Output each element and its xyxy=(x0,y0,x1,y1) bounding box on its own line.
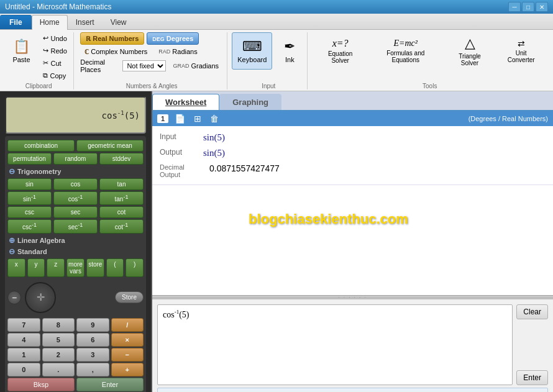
calc-screen: cos-1(5) xyxy=(5,96,146,134)
arccsc-button[interactable]: csc-1 xyxy=(7,219,52,233)
input-label: Input xyxy=(262,81,275,89)
tab-graphing[interactable]: Graphing xyxy=(219,94,281,110)
store-inline-button[interactable]: store xyxy=(86,258,104,277)
maximize-button[interactable]: □ xyxy=(522,2,534,12)
redo-button[interactable]: ↪ Redo xyxy=(39,45,71,57)
arccot-button[interactable]: cot-1 xyxy=(99,219,144,233)
sin-button[interactable]: sin xyxy=(7,178,52,190)
worksheet-tab-num[interactable]: 1 xyxy=(157,114,168,123)
worksheet-grid-icon[interactable]: ⊞ xyxy=(191,113,204,124)
comma-button[interactable]: , xyxy=(76,363,109,376)
open-paren-button[interactable]: ( xyxy=(106,258,124,277)
num-2-button[interactable]: 2 xyxy=(42,348,75,362)
geometric-mean-button[interactable]: geometric mean xyxy=(76,140,144,152)
math-input-field[interactable]: cos-1(5) xyxy=(157,304,513,385)
num-7-button[interactable]: 7 xyxy=(7,318,40,332)
ink-button[interactable]: ✒ Ink xyxy=(274,32,305,70)
calc-enter-button[interactable]: Enter xyxy=(76,378,144,391)
ribbon-group-input: ⌨ Keyboard ✒ Ink Input xyxy=(230,32,308,89)
keyboard-button[interactable]: ⌨ Keyboard xyxy=(232,32,272,70)
real-numbers-label: Real Numbers xyxy=(93,35,139,42)
multiply-button[interactable]: × xyxy=(111,333,144,347)
keyboard-label: Keyboard xyxy=(237,56,267,63)
num-3-button[interactable]: 3 xyxy=(76,348,109,362)
num-8-button[interactable]: 8 xyxy=(42,318,75,332)
cot-button[interactable]: cot xyxy=(99,206,144,218)
close-button[interactable]: ✕ xyxy=(536,2,548,12)
trig-section-header[interactable]: ⊖ Trigonometry xyxy=(7,166,144,177)
copy-button[interactable]: ⧉ Copy xyxy=(39,70,71,81)
csc-button[interactable]: csc xyxy=(7,206,52,218)
arccos-button[interactable]: cos-1 xyxy=(53,191,98,205)
var-y-button[interactable]: y xyxy=(27,258,45,277)
ribbon-group-tools: x=? Equation Solver E=mc² Formulas and E… xyxy=(310,32,549,89)
num-6-button[interactable]: 6 xyxy=(76,333,109,347)
tab-home[interactable]: Home xyxy=(32,15,68,30)
num-4-button[interactable]: 4 xyxy=(7,333,40,347)
radians-icon: RAD xyxy=(158,48,170,55)
real-numbers-button[interactable]: ℝ Real Numbers xyxy=(80,32,144,45)
permutation-button[interactable]: permutation xyxy=(7,153,52,165)
backspace-button[interactable]: Bksp xyxy=(7,378,75,391)
redo-icon: ↪ xyxy=(43,47,48,55)
degrees-button[interactable]: DEG Degrees xyxy=(147,32,199,45)
equation-solver-button[interactable]: x=? Equation Solver xyxy=(314,32,366,70)
arcsin-button[interactable]: sin-1 xyxy=(7,191,52,205)
random-button[interactable]: random xyxy=(53,153,98,165)
input-label: Input xyxy=(160,132,197,141)
negative-button[interactable]: − xyxy=(7,291,21,304)
stddev-button[interactable]: stddev xyxy=(99,153,144,165)
divide-button[interactable]: / xyxy=(111,318,144,332)
num-9-button[interactable]: 9 xyxy=(76,318,109,332)
linear-algebra-label: Linear Algebra xyxy=(17,237,65,244)
minimize-button[interactable]: ─ xyxy=(508,2,521,12)
num-5-button[interactable]: 5 xyxy=(42,333,75,347)
combination-button[interactable]: combination xyxy=(7,140,75,152)
arctan-button[interactable]: tan-1 xyxy=(99,191,144,205)
tab-insert[interactable]: Insert xyxy=(68,15,103,29)
complex-numbers-button[interactable]: ℂ Complex Numbers xyxy=(80,46,152,57)
formulas-button[interactable]: E=mc² Formulas and Equations xyxy=(368,32,443,70)
triangle-icon: △ xyxy=(465,35,475,52)
decimal-output-label: DecimalOutput xyxy=(160,163,203,178)
add-button[interactable]: + xyxy=(111,363,144,376)
decimal-places-select[interactable]: Not fixed xyxy=(122,60,166,71)
worksheet-delete-icon[interactable]: 🗑 xyxy=(208,113,221,124)
calc-row-arccsc: csc-1 sec-1 cot-1 xyxy=(7,219,144,233)
close-paren-button[interactable]: ) xyxy=(126,258,144,277)
subtract-button[interactable]: − xyxy=(111,348,144,362)
dpad[interactable]: ✛ xyxy=(25,282,56,313)
radians-button[interactable]: RAD Radians xyxy=(154,46,201,57)
more-vars-button[interactable]: more vars xyxy=(66,258,85,277)
degrees-icon: DEG xyxy=(152,36,165,42)
numpad-row-2: 4 5 6 × xyxy=(7,333,144,347)
unit-converter-button[interactable]: ⇄ Unit Converter xyxy=(496,32,546,70)
calc-display: cos-1(5) xyxy=(102,110,140,121)
undo-button[interactable]: ↩ Undo xyxy=(39,32,71,44)
cos-button[interactable]: cos xyxy=(53,178,98,190)
tab-view[interactable]: View xyxy=(103,15,135,29)
gradians-button[interactable]: GRAD Gradians xyxy=(168,60,223,71)
decimal-button[interactable]: . xyxy=(42,363,75,376)
paste-button[interactable]: 📋 Paste xyxy=(6,32,37,70)
radians-label: Radians xyxy=(172,48,197,55)
cut-button[interactable]: ✂ Cut xyxy=(39,57,71,69)
tab-file[interactable]: File xyxy=(0,15,32,29)
var-z-button[interactable]: z xyxy=(47,258,65,277)
var-x-button[interactable]: x xyxy=(7,258,25,277)
num-0-button[interactable]: 0 xyxy=(7,363,40,376)
enter-main-button[interactable]: Enter xyxy=(516,370,548,385)
arcsec-button[interactable]: sec-1 xyxy=(53,219,98,233)
triangle-solver-button[interactable]: △ Triangle Solver xyxy=(445,32,495,70)
worksheet-new-icon[interactable]: 📄 xyxy=(172,113,188,124)
store-button[interactable]: Store xyxy=(115,291,144,303)
standard-section-header[interactable]: ⊖ Standard xyxy=(7,246,144,257)
sec-button[interactable]: sec xyxy=(53,206,98,218)
title-text: Untitled - Microsoft Mathematics xyxy=(5,2,111,11)
right-panel: Worksheet Graphing 1 📄 ⊞ 🗑 (Degrees / Re… xyxy=(152,91,553,392)
num-1-button[interactable]: 1 xyxy=(7,348,40,362)
linear-algebra-header[interactable]: ⊕ Linear Algebra xyxy=(7,235,144,246)
tan-button[interactable]: tan xyxy=(99,178,144,190)
tab-worksheet[interactable]: Worksheet xyxy=(152,94,219,110)
clear-button[interactable]: Clear xyxy=(516,304,548,319)
